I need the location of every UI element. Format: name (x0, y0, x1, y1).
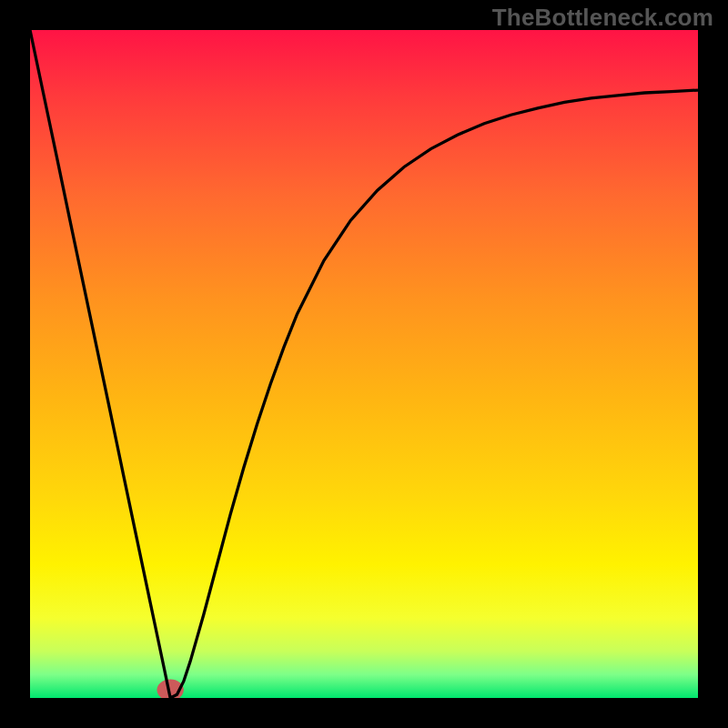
chart-background (30, 30, 698, 698)
bottleneck-chart (30, 30, 698, 698)
watermark-text: TheBottleneck.com (492, 4, 713, 32)
chart-frame: TheBottleneck.com (0, 0, 728, 728)
